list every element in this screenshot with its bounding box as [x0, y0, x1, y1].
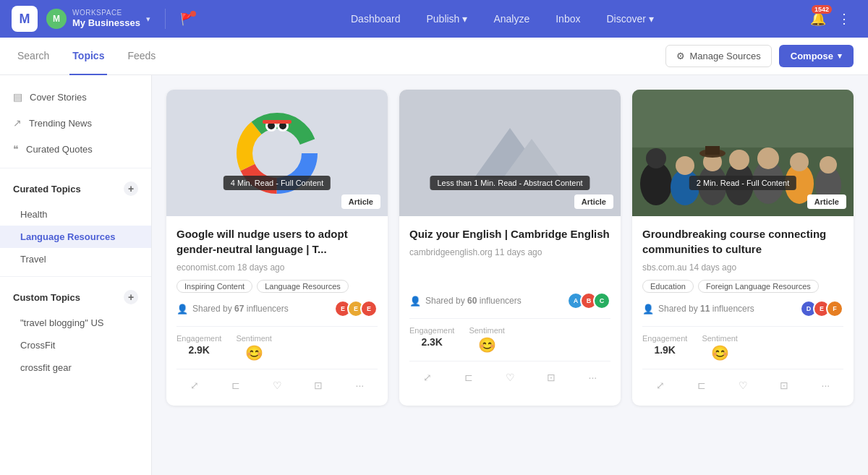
notifications-bell[interactable]: 🔔 1542	[810, 11, 826, 27]
bookmark-button-1[interactable]: ⊡	[301, 375, 336, 395]
sidebar-item-health[interactable]: Health	[0, 203, 151, 226]
sidebar-item-cover-stories[interactable]: ▤ Cover Stories	[0, 84, 151, 110]
sidebar-item-trending-news[interactable]: ↗ Trending News	[0, 110, 151, 136]
nav-right-actions: 🔔 1542 ⋮	[810, 8, 856, 30]
flag-notification-dot	[190, 11, 196, 17]
sidebar-item-crossfit[interactable]: CrossFit	[0, 334, 151, 356]
tab-search[interactable]: Search	[14, 38, 52, 75]
sentiment-stat-3: Sentiment 😊	[702, 334, 738, 361]
nav-divider	[165, 9, 166, 29]
publish-chevron-icon: ▾	[462, 13, 467, 25]
heart-button-1[interactable]: ♡	[259, 375, 294, 395]
card-actions-2: ⤢ ⊏ ♡ ⊡ ···	[409, 361, 610, 388]
card-source-1: economist.com 18 days ago	[176, 262, 378, 273]
read-time-label-3: 2 Min. Read - Full Content	[689, 176, 796, 190]
gear-icon: ⚙	[676, 51, 685, 61]
engagement-stat-3: Engagement 1.9K	[642, 334, 687, 361]
secondary-navigation: Search Topics Feeds ⚙ Manage Sources Com…	[0, 38, 868, 75]
svg-point-22	[757, 147, 779, 169]
add-custom-topic-button[interactable]: +	[124, 290, 138, 304]
main-content: 4 Min. Read - Full Content Article Googl…	[152, 75, 868, 475]
tab-feeds[interactable]: Feeds	[124, 38, 158, 75]
nav-inbox[interactable]: Inbox	[545, 9, 590, 29]
card-influencers-1: 👤 Shared by 67 influencers E E E	[176, 300, 378, 317]
share-button-3[interactable]: ⤢	[642, 375, 678, 395]
nav-analyze[interactable]: Analyze	[483, 9, 540, 29]
main-nav-links: Dashboard Publish ▾ Analyze Inbox Discov…	[203, 9, 801, 29]
tag-education[interactable]: Education	[642, 280, 694, 293]
card-influencers-3: 👤 Shared by 11 influencers D E F	[642, 300, 843, 317]
sentiment-stat-1: Sentiment 😊	[236, 334, 272, 361]
svg-point-26	[820, 156, 837, 174]
workspace-avatar: M	[46, 9, 67, 29]
app-logo[interactable]: M	[12, 6, 38, 32]
read-time-label-2: Less than 1 Min. Read - Abstract Content	[430, 176, 590, 190]
manage-sources-button[interactable]: ⚙ Manage Sources	[665, 45, 771, 67]
article-card-1: 4 Min. Read - Full Content Article Googl…	[166, 90, 388, 406]
tab-topics[interactable]: Topics	[69, 38, 107, 75]
more-options-icon[interactable]: ⋮	[832, 8, 856, 30]
rss-button-2[interactable]: ⊏	[451, 367, 486, 388]
more-button-3[interactable]: ···	[808, 375, 843, 395]
sentiment-stat-2: Sentiment 😊	[469, 326, 505, 354]
share-button-2[interactable]: ⤢	[409, 367, 445, 388]
sidebar-item-curated-quotes[interactable]: ❝ Curated Quotes	[0, 136, 151, 162]
curated-topics-header[interactable]: Curated Topics +	[0, 174, 151, 203]
tag-language-resources[interactable]: Language Resources	[257, 280, 349, 293]
sidebar-item-language-resources[interactable]: Language Resources	[0, 226, 151, 248]
heart-button-3[interactable]: ♡	[725, 375, 760, 395]
card-title-2: Quiz your English | Cambridge English	[409, 226, 610, 241]
influencer-icon-3: 👤	[642, 304, 654, 314]
article-badge-1: Article	[341, 194, 380, 209]
more-button-1[interactable]: ···	[342, 375, 378, 395]
influencer-avatars-1: E E E	[334, 300, 378, 317]
rss-button-3[interactable]: ⊏	[684, 375, 719, 395]
custom-topics-header[interactable]: Custom Topics +	[0, 283, 151, 312]
bookmark-button-2[interactable]: ⊡	[534, 367, 569, 388]
nav-discover[interactable]: Discover ▾	[596, 9, 663, 29]
bookmark-button-3[interactable]: ⊡	[767, 375, 802, 395]
engagement-stat-1: Engagement 2.9K	[176, 334, 221, 361]
card-title-1: Google will nudge users to adopt gender-…	[176, 226, 378, 257]
share-button-1[interactable]: ⤢	[176, 375, 212, 395]
notification-badge: 1542	[812, 5, 832, 14]
nav-publish[interactable]: Publish ▾	[416, 9, 477, 29]
sidebar-item-travel[interactable]: Travel	[0, 248, 151, 270]
article-card-2: Less than 1 Min. Read - Abstract Content…	[399, 90, 621, 406]
card-body-3: Groundbreaking course connecting communi…	[632, 216, 854, 406]
rss-button-1[interactable]: ⊏	[218, 375, 253, 395]
discover-chevron-icon: ▾	[649, 13, 654, 25]
svg-rect-8	[263, 120, 292, 124]
card-actions-1: ⤢ ⊏ ♡ ⊡ ···	[176, 369, 378, 395]
sidebar-item-travel-blogging[interactable]: "travel blogging" US	[0, 312, 151, 334]
engagement-stat-2: Engagement 2.3K	[409, 326, 454, 354]
card-stats-1: Engagement 2.9K Sentiment 😊	[176, 326, 378, 361]
card-body-1: Google will nudge users to adopt gender-…	[166, 216, 388, 406]
avatar: F	[826, 300, 843, 317]
compose-chevron-icon: ▾	[838, 51, 842, 61]
heart-button-2[interactable]: ♡	[492, 367, 527, 388]
more-button-2[interactable]: ···	[575, 367, 610, 388]
tag-foreign-language[interactable]: Foreign Language Resources	[698, 280, 819, 293]
add-curated-topic-button[interactable]: +	[124, 181, 138, 196]
tag-inspiring-content[interactable]: Inspiring Content	[176, 280, 252, 293]
sidebar-item-crossfit-gear[interactable]: crossfit gear	[0, 356, 151, 379]
sidebar-divider-2	[0, 276, 151, 277]
cover-stories-icon: ▤	[13, 91, 22, 103]
trending-news-icon: ↗	[13, 117, 22, 129]
articles-grid: 4 Min. Read - Full Content Article Googl…	[166, 90, 854, 406]
svg-point-14	[646, 148, 666, 168]
card-image-1: 4 Min. Read - Full Content Article	[166, 90, 388, 216]
compose-button[interactable]: Compose ▾	[779, 45, 854, 67]
flag-icon[interactable]: 🚩	[180, 12, 195, 26]
nav-dashboard[interactable]: Dashboard	[341, 9, 411, 29]
workspace-switcher[interactable]: M WORKSPACE My Businesses ▾	[46, 9, 150, 29]
workspace-label: WORKSPACE	[72, 9, 140, 17]
card-body-2: Quiz your English | Cambridge English ca…	[399, 216, 621, 398]
article-badge-3: Article	[807, 194, 846, 209]
influencer-icon-1: 👤	[176, 304, 188, 314]
card-tags-3: Education Foreign Language Resources	[642, 280, 843, 293]
card-source-2: cambridgeenglish.org 11 days ago	[409, 247, 610, 257]
article-badge-2: Article	[574, 194, 613, 209]
influencer-avatars-3: D E F	[800, 300, 843, 317]
